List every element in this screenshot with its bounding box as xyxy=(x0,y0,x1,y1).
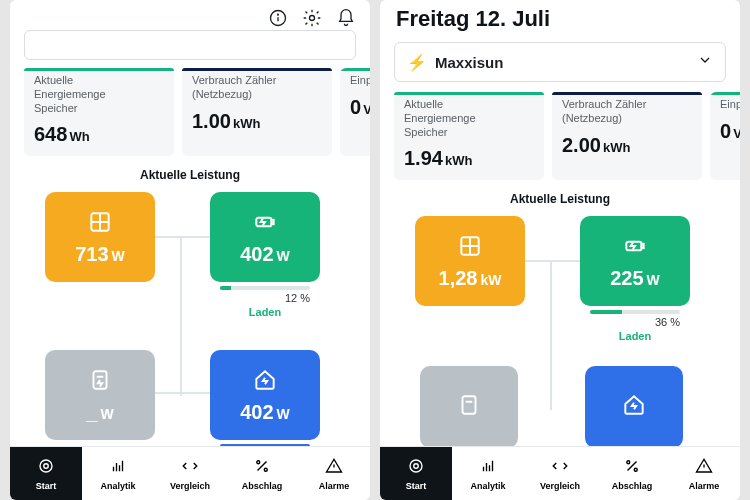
bell-icon[interactable] xyxy=(336,8,356,28)
nav-analytik[interactable]: Analytik xyxy=(82,447,154,500)
tile-value: 713 xyxy=(75,243,108,265)
percent-icon xyxy=(623,457,641,479)
alert-icon xyxy=(325,457,343,479)
battery-percent: 12 % xyxy=(220,292,310,304)
tile-value: 225 xyxy=(610,267,643,289)
top-bar xyxy=(10,0,370,30)
card-unit: V xyxy=(733,126,740,141)
tile-value: 402 xyxy=(240,243,273,265)
nav-alarme[interactable]: Alarme xyxy=(298,447,370,500)
target-icon xyxy=(37,457,55,479)
card-value: 2.00 xyxy=(562,134,601,156)
svg-point-2 xyxy=(278,14,279,15)
card-value: 0 xyxy=(720,120,731,142)
battery-charging-icon xyxy=(622,233,648,263)
nav-vergleich[interactable]: Vergleich xyxy=(154,447,226,500)
selector-label: Maxxisun xyxy=(435,54,697,71)
summary-cards: Aktuelle Energiemenge Speicher 1.94kWh V… xyxy=(380,92,740,180)
tile-unit: W xyxy=(277,406,290,422)
tile-battery[interactable]: 402W xyxy=(210,192,320,282)
svg-rect-8 xyxy=(272,220,274,224)
bottom-nav: Start Analytik Vergleich Abschlag Alarme xyxy=(380,446,740,500)
tile-value: 402 xyxy=(240,401,273,423)
nav-vergleich[interactable]: Vergleich xyxy=(524,447,596,500)
card-value: 648 xyxy=(34,123,67,145)
svg-point-28 xyxy=(410,460,422,472)
solar-panel-icon xyxy=(457,233,483,263)
tile-unit: W xyxy=(647,272,660,288)
date-title: Freitag 12. Juli xyxy=(380,0,740,42)
card-unit: kWh xyxy=(233,116,260,131)
card-title: Aktuelle Energiemenge Speicher xyxy=(404,98,534,139)
card-title: Einp xyxy=(350,74,370,88)
section-title: Aktuelle Leistung xyxy=(380,192,740,206)
phone-screen-1: Aktuelle Energiemenge Speicher 648Wh Ver… xyxy=(10,0,370,500)
percent-icon xyxy=(253,457,271,479)
svg-point-29 xyxy=(414,463,419,468)
tile-value: _ xyxy=(86,401,97,423)
compare-icon xyxy=(181,457,199,479)
alert-icon xyxy=(695,457,713,479)
card-storage-energy[interactable]: Aktuelle Energiemenge Speicher 1.94kWh xyxy=(394,92,544,180)
svg-rect-26 xyxy=(463,397,476,414)
card-unit: kWh xyxy=(445,153,472,168)
bolt-icon: ⚡ xyxy=(407,53,427,72)
bottom-nav: Start Analytik Vergleich Abschlag Alarme xyxy=(10,446,370,500)
svg-point-3 xyxy=(310,16,315,21)
nav-alarme[interactable]: Alarme xyxy=(668,447,740,500)
gear-icon[interactable] xyxy=(302,8,322,28)
info-icon[interactable] xyxy=(268,8,288,28)
compare-icon xyxy=(551,457,569,479)
solar-panel-icon xyxy=(87,209,113,239)
device-selector[interactable]: ⚡ Maxxisun xyxy=(394,42,726,82)
tile-battery[interactable]: 225W xyxy=(580,216,690,306)
tile-grid[interactable] xyxy=(420,366,518,448)
card-value: 1.00 xyxy=(192,110,231,132)
bars-icon xyxy=(479,457,497,479)
battery-charging-icon xyxy=(252,209,278,239)
battery-caption: Laden xyxy=(249,306,281,318)
svg-point-11 xyxy=(40,460,52,472)
tile-solar[interactable]: 1,28kW xyxy=(415,216,525,306)
nav-abschlag[interactable]: Abschlag xyxy=(596,447,668,500)
tile-home[interactable] xyxy=(585,366,683,448)
bars-icon xyxy=(109,457,127,479)
tile-unit: W xyxy=(100,406,113,422)
card-feedin[interactable]: Einp 0V xyxy=(340,68,370,156)
tile-unit: W xyxy=(277,248,290,264)
search-input[interactable] xyxy=(24,30,356,60)
tile-unit: kW xyxy=(480,272,501,288)
svg-point-19 xyxy=(264,468,267,471)
card-storage-energy[interactable]: Aktuelle Energiemenge Speicher 648Wh xyxy=(24,68,174,156)
card-feedin[interactable]: Einp 0V xyxy=(710,92,740,180)
nav-abschlag[interactable]: Abschlag xyxy=(226,447,298,500)
card-value: 1.94 xyxy=(404,147,443,169)
card-grid-consumption[interactable]: Verbrauch Zähler (Netzbezug) 2.00kWh xyxy=(552,92,702,180)
nav-analytik[interactable]: Analytik xyxy=(452,447,524,500)
nav-start[interactable]: Start xyxy=(380,447,452,500)
meter-icon xyxy=(87,367,113,397)
card-unit: Wh xyxy=(69,129,89,144)
target-icon xyxy=(407,457,425,479)
tile-value: 1,28 xyxy=(439,267,478,289)
card-unit: V xyxy=(363,102,370,117)
svg-rect-25 xyxy=(642,244,644,248)
svg-point-36 xyxy=(634,468,637,471)
battery-caption: Laden xyxy=(619,330,651,342)
card-title: Verbrauch Zähler (Netzbezug) xyxy=(562,98,692,126)
card-grid-consumption[interactable]: Verbrauch Zähler (Netzbezug) 1.00kWh xyxy=(182,68,332,156)
nav-start[interactable]: Start xyxy=(10,447,82,500)
card-unit: kWh xyxy=(603,140,630,155)
tile-grid[interactable]: _W xyxy=(45,350,155,440)
card-title: Einp xyxy=(720,98,740,112)
svg-point-35 xyxy=(627,460,630,463)
tile-home[interactable]: 402W xyxy=(210,350,320,440)
battery-progress: 12 % Laden xyxy=(220,286,310,318)
tile-unit: W xyxy=(112,248,125,264)
summary-cards: Aktuelle Energiemenge Speicher 648Wh Ver… xyxy=(10,68,370,156)
chevron-down-icon xyxy=(697,52,713,72)
battery-progress: 36 % Laden xyxy=(590,310,680,342)
section-title: Aktuelle Leistung xyxy=(10,168,370,182)
meter-icon xyxy=(456,392,482,422)
tile-solar[interactable]: 713W xyxy=(45,192,155,282)
